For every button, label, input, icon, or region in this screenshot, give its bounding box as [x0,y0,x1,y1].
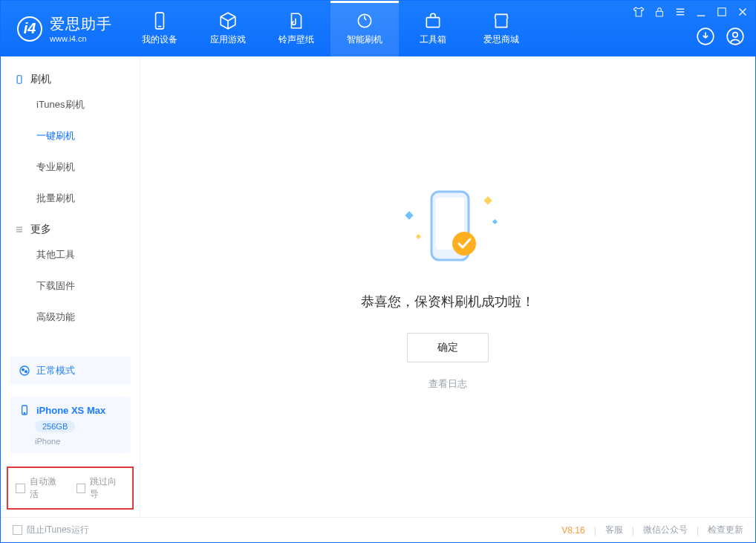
nav-toolbox[interactable]: 工具箱 [399,1,467,56]
music-file-icon [287,11,306,30]
sidebar-item-download-firmware[interactable]: 下载固件 [1,270,140,302]
sidebar-item-oneclick-flash[interactable]: 一键刷机 [1,120,140,152]
svg-point-26 [452,232,476,256]
user-icon[interactable] [726,27,745,46]
sidebar-group-flash: 刷机 [1,64,140,89]
sparkle-icon [492,219,498,224]
nav-my-device[interactable]: 我的设备 [126,1,194,56]
store-icon [492,11,511,30]
device-info[interactable]: iPhone XS Max 256GB iPhone [10,397,131,453]
close-icon[interactable] [736,5,749,19]
tshirt-icon[interactable] [632,5,645,19]
footer: 阻止iTunes运行 V8.16 | 客服 | 微信公众号 | 检查更新 [1,517,755,542]
body: 刷机 iTunes刷机 一键刷机 专业刷机 批量刷机 更多 其他工具 下载固件 … [1,56,755,517]
device-capacity: 256GB [35,420,75,432]
svg-point-20 [22,368,25,371]
refresh-gear-icon [355,11,374,30]
sidebar-item-pro-flash[interactable]: 专业刷机 [1,152,140,183]
phone-outline-icon [14,74,25,85]
toolbox-icon [423,11,443,30]
svg-point-23 [24,412,25,413]
checkbox-icon [76,484,86,493]
checkbox-icon [16,484,25,493]
mode-indicator[interactable]: 正常模式 [10,357,131,385]
header: i4 爱思助手 www.i4.cn 我的设备 应用游戏 铃声壁纸 智能刷机 [1,1,755,56]
cube-icon [218,11,238,30]
lock-icon[interactable] [653,5,666,19]
footer-link-support[interactable]: 客服 [605,524,623,536]
minimize-icon[interactable] [694,5,708,19]
success-illustration [403,183,492,272]
activation-options: 自动激活 跳过向导 [7,466,134,510]
svg-point-21 [25,371,27,373]
app-window: i4 爱思助手 www.i4.cn 我的设备 应用游戏 铃声壁纸 智能刷机 [0,0,756,543]
svg-rect-4 [656,11,663,16]
main-content: 恭喜您，保资料刷机成功啦！ 确定 查看日志 [140,56,755,517]
version-label: V8.16 [561,525,584,536]
app-subtitle: www.i4.cn [50,34,112,43]
nav-store[interactable]: 爱思商城 [467,1,535,56]
checkbox-icon [13,525,22,535]
checkbox-auto-activate[interactable]: 自动激活 [16,475,65,501]
svg-rect-15 [17,76,22,84]
mode-icon [19,365,30,377]
footer-link-wechat[interactable]: 微信公众号 [643,524,688,536]
footer-link-update[interactable]: 检查更新 [708,524,743,536]
sidebar-item-advanced[interactable]: 高级功能 [1,302,140,333]
logo-icon: i4 [17,16,42,42]
phone-icon [150,11,169,30]
header-right-icons [696,27,745,46]
svg-point-19 [20,366,29,375]
menu-icon[interactable] [674,5,687,19]
ok-button[interactable]: 确定 [407,333,489,362]
top-nav: 我的设备 应用游戏 铃声壁纸 智能刷机 工具箱 爱思商城 [126,1,535,56]
sidebar-item-itunes-flash[interactable]: iTunes刷机 [1,89,140,120]
window-controls [632,5,749,19]
nav-apps-games[interactable]: 应用游戏 [194,1,262,56]
device-phone-icon [19,404,30,416]
checkbox-skip-wizard[interactable]: 跳过向导 [76,475,126,501]
svg-rect-9 [718,8,726,16]
sidebar-group-more: 更多 [1,214,140,239]
sidebar-item-batch-flash[interactable]: 批量刷机 [1,183,140,214]
success-message: 恭喜您，保资料刷机成功啦！ [361,293,535,310]
nav-ringtone-wallpaper[interactable]: 铃声壁纸 [262,1,330,56]
device-type: iPhone [35,437,60,446]
svg-point-13 [727,28,743,45]
svg-rect-3 [426,18,439,27]
nav-smart-flash[interactable]: 智能刷机 [330,1,399,56]
sidebar: 刷机 iTunes刷机 一键刷机 专业刷机 批量刷机 更多 其他工具 下载固件 … [1,56,140,517]
checkbox-block-itunes[interactable]: 阻止iTunes运行 [13,524,89,536]
device-name: iPhone XS Max [36,405,105,416]
sidebar-item-other-tools[interactable]: 其他工具 [1,239,140,270]
list-icon [14,224,25,235]
svg-point-14 [733,33,738,38]
download-icon[interactable] [696,27,715,46]
app-title: 爱思助手 [50,14,112,34]
maximize-icon[interactable] [715,5,729,19]
view-log-link[interactable]: 查看日志 [428,377,467,391]
logo: i4 爱思助手 www.i4.cn [1,14,126,43]
